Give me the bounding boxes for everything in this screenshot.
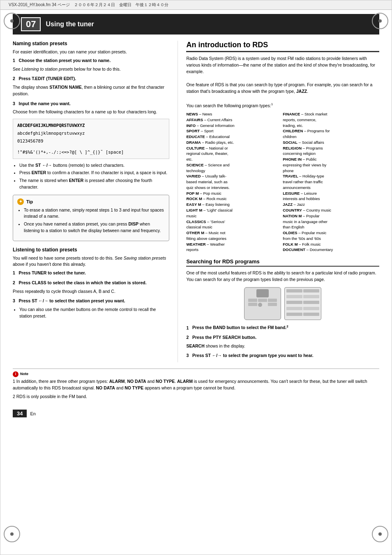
listening-step-1: 1 Press TUNER to select the tuner.: [13, 270, 169, 276]
top-bar-text: VSX-2016_HY.book.fm 34 ページ ２００６年２月２４日 金曜…: [9, 2, 168, 8]
naming-step-1-text: 1 Choose the station preset you want to …: [13, 58, 169, 64]
searching-step-1: 1 Press the BAND button to select the FM…: [186, 324, 379, 331]
tip-bullets: To erase a station name, simply repeat s…: [24, 207, 165, 234]
naming-section-heading: Naming station presets: [13, 41, 169, 46]
searching-para1: One of the most useful features of RDS i…: [186, 270, 379, 283]
tip-box: ✦ Tip To erase a station name, simply re…: [13, 195, 169, 241]
program-types-grid: NEWS – News AFFAIRS – Current Affairs IN…: [186, 111, 379, 253]
charset-lowercase: abcdefghijklmnopqrstuvwxyz: [17, 129, 165, 137]
listening-step-3-text: 3 Press ST ←/→ to select the station pre…: [13, 298, 169, 304]
listening-step-1-text: 1 Press TUNER to select the tuner.: [13, 270, 169, 276]
tip-bullet-1: To erase a station name, simply repeat s…: [24, 207, 165, 220]
tip-icon: ✦: [17, 198, 24, 205]
searching-heading: Searching for RDS programs: [186, 258, 379, 267]
naming-step-3: 3 Input the name you want. Choose from t…: [13, 101, 169, 116]
listening-step-2: 2 Press CLASS to select the class in whi…: [13, 280, 169, 295]
tip-label: Tip: [26, 199, 33, 204]
naming-step-3-detail: Choose from the following characters for…: [13, 109, 169, 115]
naming-step-2: 2 Press T.EDIT (TUNER EDIT). The display…: [13, 76, 169, 97]
note-label: Note: [20, 371, 28, 377]
chapter-header: 07 Using the tuner: [13, 14, 379, 35]
page-lang: En: [30, 411, 35, 416]
program-types-right: FINANCE – Stock market reports, commerce…: [283, 111, 379, 253]
charset-special: !"#$%&'()*+,-./:;<=>?@[ \ ]^_{|}˜ [space…: [17, 148, 165, 156]
naming-step-3-text: 3 Input the name you want.: [13, 101, 169, 107]
remote-left: [244, 287, 281, 320]
corner-marker-tr: [372, 13, 388, 29]
naming-step-1: 1 Choose the station preset you want to …: [13, 58, 169, 73]
searching-step-1-text: 1 Press the BAND button to select the FM…: [186, 324, 379, 331]
remote-right: [284, 287, 321, 320]
note-header: i Note: [13, 371, 379, 377]
naming-bullet-2: Press ENTER to confirm a character. If n…: [19, 170, 169, 176]
corner-marker-bl: [4, 526, 20, 542]
naming-bullet-3: The name is stored when ENTER is pressed…: [19, 177, 169, 191]
rds-para1: Radio Data System (RDS) is a system used…: [186, 55, 379, 75]
page-footer: 34 En: [0, 408, 392, 419]
rds-heading: An introduction to RDS: [186, 41, 379, 52]
listening-step-3-bullets: You can also use the number buttons on t…: [19, 306, 169, 320]
remote-image-container: [186, 287, 379, 320]
searching-step-2: 2 Press the PTY SEARCH button. SEARCH sh…: [186, 334, 379, 350]
tip-bullet-2: Once you have named a station preset, yo…: [24, 221, 165, 234]
searching-step-2-detail: SEARCH shows in the display.: [186, 343, 379, 350]
listening-section-heading: Listening to station presets: [13, 247, 169, 253]
naming-intro: For easier identification, you can name …: [13, 49, 169, 55]
chapter-title: Using the tuner: [46, 21, 94, 28]
searching-step-3: 3 Press ST ←/→ to select the program typ…: [186, 352, 379, 359]
listening-intro: You will need to have some presets store…: [13, 255, 169, 268]
naming-step-2-text: 2 Press T.EDIT (TUNER EDIT).: [13, 76, 169, 82]
program-types-left: NEWS – News AFFAIRS – Current Affairs IN…: [186, 111, 283, 253]
char-block: ABCDEFGHIJKLMNOPQRSTUVWXYZ abcdefghijklm…: [13, 119, 169, 159]
page-frame: VSX-2016_HY.book.fm 34 ページ ２００６年２月２４日 金曜…: [0, 0, 392, 555]
footnote-2: 2 RDS is only possible in the FM band.: [13, 394, 379, 400]
page-number: 34: [13, 410, 27, 417]
searching-step-3-text: 3 Press ST ←/→ to select the program typ…: [186, 352, 379, 359]
right-column: An introduction to RDS Radio Data System…: [178, 41, 379, 362]
left-column: Naming station presets For easier identi…: [13, 41, 178, 362]
tip-header: ✦ Tip: [17, 198, 165, 205]
listening-step-2-detail: Press repeatedly to cycle through classe…: [13, 288, 169, 295]
corner-marker-tl: [4, 13, 20, 29]
listening-step-3: 3 Press ST ←/→ to select the station pre…: [13, 298, 169, 319]
bottom-note: i Note 1 In addition, there are three ot…: [13, 368, 379, 404]
naming-bullet-1: Use the ST ←/→ buttons (remote) to selec…: [19, 162, 169, 169]
searching-step-2-text: 2 Press the PTY SEARCH button.: [186, 334, 379, 341]
listening-step-2-text: 2 Press CLASS to select the class in whi…: [13, 280, 169, 286]
charset-numbers: 0123456789: [17, 137, 165, 145]
rds-para3: You can search the following program typ…: [186, 102, 379, 109]
naming-bullets: Use the ST ←/→ buttons (remote) to selec…: [19, 162, 169, 191]
top-bar: VSX-2016_HY.book.fm 34 ページ ２００６年２月２４日 金曜…: [0, 0, 392, 10]
chapter-number: 07: [21, 17, 41, 31]
note-icon: i: [13, 371, 18, 377]
content-area: Naming station presets For easier identi…: [0, 41, 392, 362]
rds-para2: One feature of RDS is that you can searc…: [186, 82, 379, 95]
charset-uppercase: ABCDEFGHIJKLMNOPQRSTUVWXYZ: [17, 122, 165, 129]
naming-step-1-detail: See Listening to station presets below f…: [13, 66, 169, 73]
listening-step-3-bullet: You can also use the number buttons on t…: [19, 306, 169, 320]
remote-images: [244, 287, 321, 320]
footnote-1: 1 In addition, there are three other pro…: [13, 378, 379, 391]
naming-step-2-detail: The display shows STATION NAME, then a b…: [13, 84, 169, 97]
corner-marker-br: [372, 526, 388, 542]
